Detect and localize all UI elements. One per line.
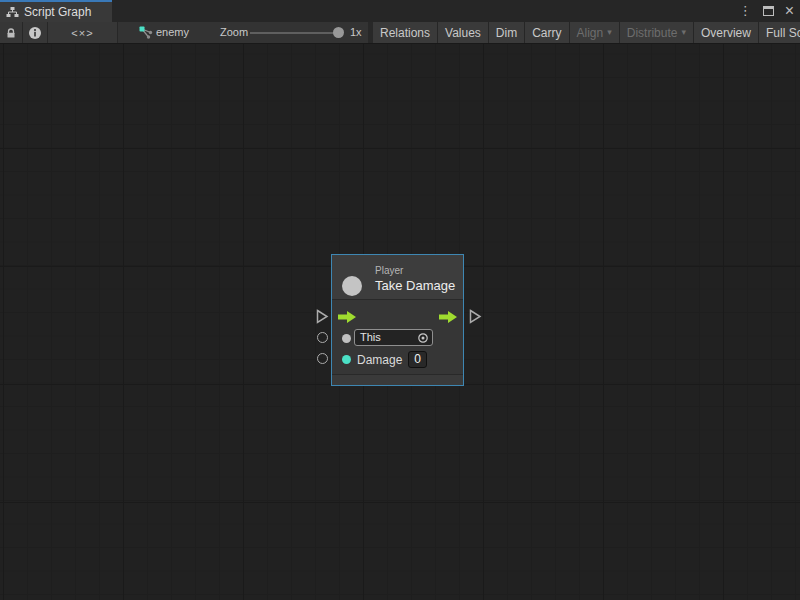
zoom-value: 1x — [350, 26, 362, 38]
code-preview-button[interactable]: <×> — [48, 22, 118, 43]
overview-button[interactable]: Overview — [694, 22, 759, 43]
graph-asset-icon — [139, 26, 153, 40]
zoom-label: Zoom — [220, 26, 248, 38]
damage-input-connector-icon[interactable] — [317, 353, 328, 364]
maximize-icon[interactable] — [763, 6, 774, 16]
tab-title: Script Graph — [24, 5, 91, 19]
toolbar-buttons: Relations Values Dim Carry Align ▾ Distr… — [373, 22, 800, 43]
values-button[interactable]: Values — [438, 22, 489, 43]
this-input-field[interactable]: This — [354, 329, 433, 346]
dim-button[interactable]: Dim — [489, 22, 525, 43]
damage-port-icon[interactable] — [342, 355, 351, 364]
this-field-value: This — [360, 331, 381, 343]
dropdown-caret-icon: ▾ — [607, 22, 612, 43]
zoom-slider-track[interactable] — [250, 32, 342, 34]
this-port-icon[interactable] — [342, 334, 351, 343]
lock-icon — [5, 27, 17, 39]
script-graph-icon — [6, 6, 19, 19]
zoom-slider-handle[interactable] — [333, 27, 344, 38]
align-dropdown[interactable]: Align ▾ — [570, 22, 620, 43]
graph-info-section: enemy Zoom 1x — [118, 22, 368, 43]
full-screen-button[interactable]: Full Screen — [759, 22, 800, 43]
player-object-icon — [342, 276, 362, 296]
tab-script-graph[interactable]: Script Graph — [0, 0, 112, 22]
info-button[interactable] — [23, 22, 48, 43]
title-bar: Script Graph ⋮ × — [0, 0, 800, 22]
graph-name-label: enemy — [156, 26, 189, 38]
object-picker-icon[interactable] — [417, 332, 429, 344]
node-header[interactable]: Player Take Damage — [332, 255, 463, 300]
lock-button[interactable] — [0, 22, 23, 43]
dropdown-caret-icon: ▾ — [681, 22, 686, 43]
graph-toolbar: <×> enemy Zoom 1x Relations Values — [0, 22, 800, 44]
flow-input-port-icon[interactable] — [338, 311, 356, 323]
node-footer — [332, 374, 463, 385]
distribute-dropdown[interactable]: Distribute ▾ — [620, 22, 694, 43]
take-damage-node[interactable]: Player Take Damage This Damage 0 — [331, 254, 464, 386]
flow-input-connector-icon[interactable] — [316, 309, 329, 324]
window-controls: ⋮ × — [737, 0, 796, 22]
node-port-area: This Damage 0 — [332, 300, 463, 374]
flow-output-connector-icon[interactable] — [469, 309, 482, 324]
close-icon[interactable]: × — [783, 1, 796, 21]
flow-output-port-icon[interactable] — [439, 311, 457, 323]
this-input-connector-icon[interactable] — [317, 332, 328, 343]
damage-value-field[interactable]: 0 — [408, 351, 427, 368]
damage-port-label: Damage — [357, 353, 402, 367]
node-title: Take Damage — [375, 278, 455, 293]
info-icon — [28, 26, 42, 40]
relations-button[interactable]: Relations — [373, 22, 438, 43]
carry-button[interactable]: Carry — [525, 22, 569, 43]
code-icon: <×> — [71, 27, 93, 39]
script-graph-window: Script Graph ⋮ × <×> — [0, 0, 800, 600]
window-menu-icon[interactable]: ⋮ — [737, 0, 754, 22]
node-category: Player — [375, 265, 403, 276]
